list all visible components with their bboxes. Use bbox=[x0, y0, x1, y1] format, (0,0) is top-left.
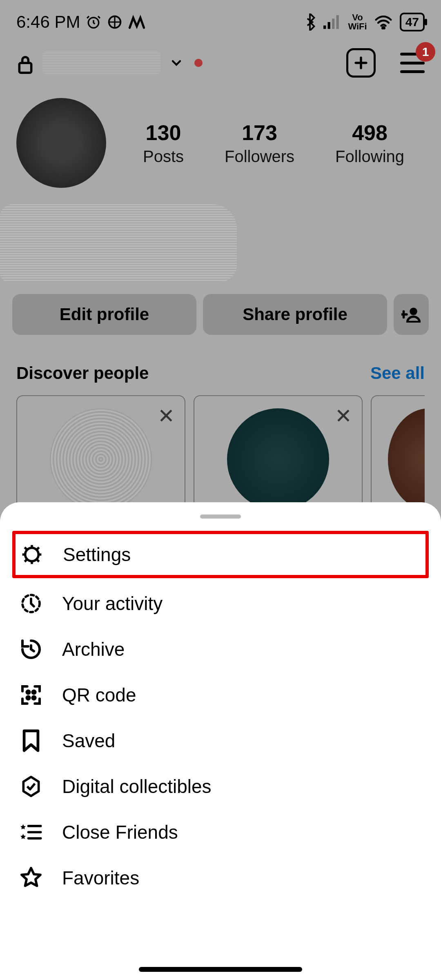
svg-point-9 bbox=[25, 548, 39, 561]
vowifi-icon: Vo WiFi bbox=[348, 13, 367, 31]
hexagon-check-icon bbox=[19, 774, 43, 799]
svg-point-13 bbox=[27, 697, 30, 699]
close-icon[interactable]: ✕ bbox=[335, 404, 352, 428]
sheet-grab-handle[interactable] bbox=[200, 514, 241, 519]
username-redacted[interactable] bbox=[42, 51, 161, 74]
status-bar: 6:46 PM Vo WiFi bbox=[0, 0, 441, 40]
wifi-sublabel: WiFi bbox=[348, 22, 367, 31]
menu-item-close-friends[interactable]: Close Friends bbox=[12, 809, 429, 855]
vo-label: Vo bbox=[348, 13, 367, 22]
svg-rect-7 bbox=[19, 63, 31, 73]
discover-avatar bbox=[388, 408, 425, 510]
menu-label: Close Friends bbox=[62, 821, 178, 843]
notification-dot bbox=[194, 59, 203, 67]
profile-header: 1 bbox=[0, 40, 441, 86]
bio-redacted bbox=[0, 204, 237, 282]
svg-rect-4 bbox=[332, 19, 334, 29]
wifi-icon bbox=[374, 15, 392, 29]
menu-item-collectibles[interactable]: Digital collectibles bbox=[12, 764, 429, 809]
menu-label: QR code bbox=[62, 684, 136, 706]
menu-item-settings[interactable]: Settings bbox=[12, 531, 429, 578]
menu-item-favorites[interactable]: Favorites bbox=[12, 855, 429, 901]
discover-people-button[interactable] bbox=[394, 294, 429, 335]
status-right: Vo WiFi 47 bbox=[304, 13, 425, 31]
activity-icon bbox=[19, 591, 43, 616]
svg-point-12 bbox=[33, 691, 36, 694]
menu-item-qr[interactable]: QR code bbox=[12, 672, 429, 718]
status-app-icon bbox=[107, 14, 122, 30]
menu-list: Settings Your activity Archive QR code S bbox=[0, 531, 441, 901]
posts-label: Posts bbox=[143, 147, 184, 166]
options-bottom-sheet: Settings Your activity Archive QR code S bbox=[0, 502, 441, 980]
followers-label: Followers bbox=[225, 147, 294, 166]
stat-following[interactable]: 498 Following bbox=[335, 120, 404, 166]
menu-item-saved[interactable]: Saved bbox=[12, 718, 429, 764]
following-count: 498 bbox=[335, 120, 404, 145]
home-indicator[interactable] bbox=[139, 967, 302, 972]
menu-item-archive[interactable]: Archive bbox=[12, 626, 429, 672]
hamburger-menu-button[interactable]: 1 bbox=[400, 53, 425, 73]
discover-avatar bbox=[50, 408, 152, 510]
svg-point-6 bbox=[382, 27, 385, 29]
profile-avatar[interactable] bbox=[16, 98, 106, 188]
svg-point-14 bbox=[33, 697, 36, 699]
menu-label: Archive bbox=[62, 638, 125, 660]
menu-label: Saved bbox=[62, 730, 115, 752]
discover-title: Discover people bbox=[16, 363, 149, 383]
posts-count: 130 bbox=[143, 120, 184, 145]
star-icon bbox=[19, 866, 43, 890]
lock-icon bbox=[16, 54, 34, 72]
stat-posts[interactable]: 130 Posts bbox=[143, 120, 184, 166]
menu-item-activity[interactable]: Your activity bbox=[12, 581, 429, 626]
close-icon[interactable]: ✕ bbox=[158, 404, 175, 428]
gear-icon bbox=[20, 542, 44, 567]
status-time: 6:46 PM bbox=[16, 12, 80, 32]
share-profile-button[interactable]: Share profile bbox=[203, 294, 387, 335]
menu-label: Digital collectibles bbox=[62, 775, 212, 797]
menu-label: Settings bbox=[63, 543, 131, 566]
svg-rect-3 bbox=[328, 22, 330, 29]
svg-point-11 bbox=[27, 691, 30, 694]
archive-icon bbox=[19, 637, 43, 662]
battery-icon: 47 bbox=[400, 13, 425, 31]
alarm-icon bbox=[86, 14, 101, 30]
create-button[interactable] bbox=[346, 48, 376, 78]
signal-icon bbox=[323, 15, 341, 29]
close-friends-icon bbox=[19, 820, 43, 844]
edit-profile-button[interactable]: Edit profile bbox=[12, 294, 196, 335]
chevron-down-icon[interactable] bbox=[169, 56, 184, 70]
status-m-icon bbox=[128, 14, 145, 30]
status-left: 6:46 PM bbox=[16, 12, 145, 32]
svg-point-8 bbox=[410, 307, 417, 315]
svg-rect-5 bbox=[336, 15, 339, 29]
discover-header: Discover people See all bbox=[0, 339, 441, 395]
profile-action-row: Edit profile Share profile bbox=[0, 290, 441, 339]
menu-label: Your activity bbox=[62, 592, 163, 615]
bookmark-icon bbox=[19, 728, 43, 753]
discover-avatar bbox=[227, 408, 329, 510]
svg-rect-2 bbox=[323, 25, 326, 29]
qr-icon bbox=[19, 683, 43, 707]
stat-followers[interactable]: 173 Followers bbox=[225, 120, 294, 166]
following-label: Following bbox=[335, 147, 404, 166]
profile-stats-row: 130 Posts 173 Followers 498 Following bbox=[0, 86, 441, 192]
bluetooth-icon bbox=[304, 13, 316, 31]
menu-badge: 1 bbox=[416, 42, 435, 62]
see-all-link[interactable]: See all bbox=[370, 363, 425, 383]
menu-label: Favorites bbox=[62, 867, 139, 889]
followers-count: 173 bbox=[225, 120, 294, 145]
battery-level: 47 bbox=[405, 15, 419, 29]
